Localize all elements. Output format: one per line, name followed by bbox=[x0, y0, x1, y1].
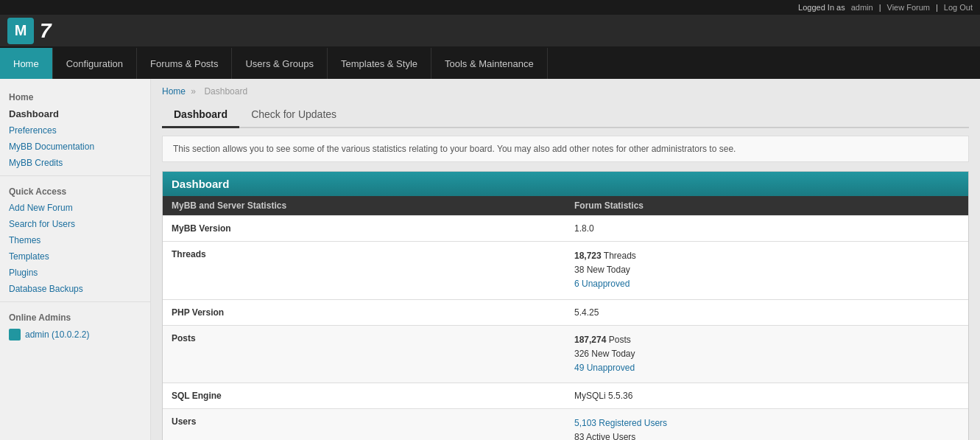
threads-new-today: 38 New Today bbox=[574, 263, 959, 277]
main-content: Home » Dashboard Dashboard Check for Upd… bbox=[151, 79, 980, 440]
log-out-link[interactable]: Log Out bbox=[944, 3, 973, 12]
table-row: Users 5,103 Registered Users 83 Active U… bbox=[163, 408, 968, 440]
users-registered-line: 5,103 Registered Users bbox=[574, 416, 959, 430]
main-nav: Home Configuration Forums & Posts Users … bbox=[0, 48, 980, 79]
users-active-line: 83 Active Users bbox=[574, 430, 959, 440]
posts-unapproved-link[interactable]: 49 Unapproved bbox=[574, 363, 635, 373]
posts-stat-line1: 187,274 Posts bbox=[574, 333, 959, 347]
sidebar-home-section: Home bbox=[0, 86, 150, 105]
sidebar-item-add-new-forum[interactable]: Add New Forum bbox=[0, 200, 150, 216]
sidebar-item-mybb-documentation[interactable]: MyBB Documentation bbox=[0, 139, 150, 155]
nav-templates-style[interactable]: Templates & Style bbox=[328, 48, 431, 79]
breadcrumb-separator: » bbox=[191, 86, 196, 97]
nav-home[interactable]: Home bbox=[0, 48, 53, 79]
threads-unapproved: 6 Unapproved bbox=[574, 277, 959, 291]
mybb-version-value: 1.8.0 bbox=[574, 223, 594, 234]
sql-engine-value-cell: MySQLi 5.5.36 bbox=[565, 383, 968, 408]
posts-count: 187,274 bbox=[574, 335, 606, 345]
users-stat-cell: 5,103 Registered Users 83 Active Users 1… bbox=[565, 409, 968, 440]
logo-icon: M bbox=[7, 18, 34, 44]
posts-new-today: 326 New Today bbox=[574, 347, 959, 361]
page-wrapper: Home Dashboard Preferences MyBB Document… bbox=[0, 79, 980, 440]
table-row: SQL Engine MySQLi 5.5.36 bbox=[163, 383, 968, 408]
sidebar-divider-2 bbox=[0, 301, 150, 302]
tab-bar: Dashboard Check for Updates bbox=[162, 102, 969, 128]
sidebar-item-plugins[interactable]: Plugins bbox=[0, 265, 150, 281]
sidebar-item-dashboard[interactable]: Dashboard bbox=[0, 105, 150, 122]
server-stats-header: MyBB and Server Statistics bbox=[163, 196, 565, 215]
sidebar-item-database-backups[interactable]: Database Backups bbox=[0, 281, 150, 297]
threads-count: 18,723 bbox=[574, 251, 602, 261]
col-header-row: MyBB and Server Statistics Forum Statist… bbox=[163, 196, 968, 215]
sidebar-item-mybb-credits[interactable]: MyBB Credits bbox=[0, 155, 150, 171]
dashboard-table: Dashboard MyBB and Server Statistics For… bbox=[162, 171, 969, 440]
breadcrumb-current: Dashboard bbox=[204, 86, 247, 97]
nav-configuration[interactable]: Configuration bbox=[53, 48, 137, 79]
sidebar-divider-1 bbox=[0, 175, 150, 176]
php-version-label-cell: PHP Version bbox=[163, 300, 565, 325]
php-version-value-cell: 5.4.25 bbox=[565, 300, 968, 325]
mybb-version-value-cell: 1.8.0 bbox=[565, 216, 968, 241]
breadcrumb: Home » Dashboard bbox=[162, 86, 969, 97]
table-row: MyBB Version 1.8.0 bbox=[163, 215, 968, 241]
table-row: PHP Version 5.4.25 bbox=[163, 299, 968, 325]
admin-avatar-icon bbox=[9, 329, 21, 341]
sidebar-quick-access-section: Quick Access bbox=[0, 181, 150, 200]
sidebar-item-templates[interactable]: Templates bbox=[0, 248, 150, 265]
sql-engine-label-cell: SQL Engine bbox=[163, 383, 565, 408]
view-forum-link[interactable]: View Forum bbox=[887, 3, 930, 12]
posts-label: Posts bbox=[172, 333, 196, 343]
logo-bar: M 7 bbox=[0, 15, 980, 48]
sql-engine-label: SQL Engine bbox=[172, 391, 222, 401]
posts-label-cell: Posts bbox=[163, 326, 565, 383]
threads-label: Threads bbox=[172, 249, 206, 259]
logo-text: 7 bbox=[40, 19, 52, 43]
admin-user-link[interactable]: admin (10.0.2.2) bbox=[25, 329, 89, 340]
admin-username-link[interactable]: admin bbox=[851, 3, 873, 12]
sidebar-online-admins-section: Online Admins bbox=[0, 307, 150, 326]
top-bar: Logged In as admin | View Forum | Log Ou… bbox=[0, 0, 980, 15]
threads-stat-line1: 18,723 Threads bbox=[574, 249, 959, 263]
sidebar-item-search-for-users[interactable]: Search for Users bbox=[0, 216, 150, 232]
threads-unapproved-link[interactable]: 6 Unapproved bbox=[574, 279, 630, 289]
threads-label-cell: Threads bbox=[163, 242, 565, 299]
php-version-label: PHP Version bbox=[172, 307, 224, 318]
admin-item: admin (10.0.2.2) bbox=[0, 326, 150, 343]
sidebar-item-preferences[interactable]: Preferences bbox=[0, 122, 150, 139]
threads-stat-cell: 18,723 Threads 38 New Today 6 Unapproved bbox=[565, 242, 968, 299]
posts-unapproved: 49 Unapproved bbox=[574, 361, 959, 375]
posts-stat-cell: 187,274 Posts 326 New Today 49 Unapprove… bbox=[565, 326, 968, 383]
table-row: Posts 187,274 Posts 326 New Today 49 Una… bbox=[163, 325, 968, 383]
tab-check-updates[interactable]: Check for Updates bbox=[239, 102, 348, 127]
table-row: Threads 18,723 Threads 38 New Today 6 Un… bbox=[163, 241, 968, 299]
tab-dashboard[interactable]: Dashboard bbox=[162, 102, 239, 128]
sql-engine-value: MySQLi 5.5.36 bbox=[574, 391, 632, 401]
logged-in-label: Logged In as bbox=[798, 3, 845, 12]
mybb-version-label: MyBB Version bbox=[172, 223, 231, 234]
sidebar-item-themes[interactable]: Themes bbox=[0, 232, 150, 248]
registered-users-link[interactable]: 5,103 Registered Users bbox=[574, 418, 667, 428]
mybb-version-label-cell: MyBB Version bbox=[163, 216, 565, 241]
nav-users-groups[interactable]: Users & Groups bbox=[232, 48, 327, 79]
breadcrumb-home[interactable]: Home bbox=[162, 86, 186, 97]
php-version-value: 5.4.25 bbox=[574, 307, 599, 318]
nav-tools-maintenance[interactable]: Tools & Maintenance bbox=[431, 48, 548, 79]
users-label-cell: Users bbox=[163, 409, 565, 440]
dashboard-section-header: Dashboard bbox=[163, 172, 968, 196]
nav-forums-posts[interactable]: Forums & Posts bbox=[137, 48, 232, 79]
logo-letter: M bbox=[15, 22, 27, 39]
info-box: This section allows you to see some of t… bbox=[162, 136, 969, 162]
forum-stats-header: Forum Statistics bbox=[565, 196, 968, 215]
users-label: Users bbox=[172, 416, 196, 427]
sidebar: Home Dashboard Preferences MyBB Document… bbox=[0, 79, 151, 440]
